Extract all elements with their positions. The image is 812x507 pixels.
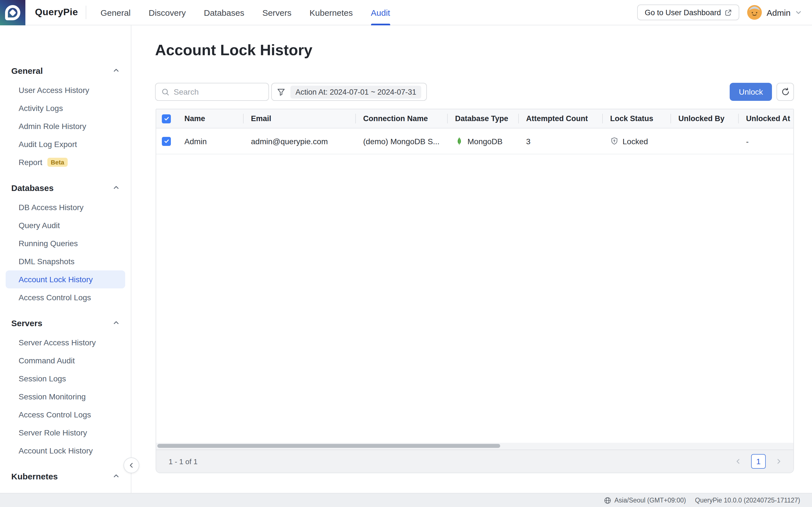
globe-icon [604, 497, 611, 504]
sidebar-item-dml-snapshots[interactable]: DML Snapshots [0, 252, 131, 270]
check-icon [163, 138, 169, 144]
select-all-checkbox[interactable] [162, 114, 171, 123]
horizontal-scrollbar-thumb[interactable] [157, 444, 500, 448]
table-row[interactable]: Admin admin@querypie.com (demo) MongoDB … [156, 128, 794, 154]
chevron-up-icon [113, 320, 119, 326]
column-header-unlocked-by: Unlocked By [670, 109, 738, 128]
querypie-logo[interactable] [0, 0, 26, 25]
sidebar-section-databases: Databases DB Access History Query Audit … [0, 182, 131, 306]
tab-servers[interactable]: Servers [262, 0, 291, 25]
section-title: Servers [11, 318, 42, 328]
sidebar-section-general: General User Access History Activity Log… [0, 65, 131, 171]
sidebar-item-access-control-logs[interactable]: Access Control Logs [0, 288, 131, 306]
page-number-1[interactable]: 1 [751, 454, 766, 469]
database-type-label: MongoDB [467, 136, 503, 146]
refresh-button[interactable] [776, 83, 794, 101]
sidebar-section-kubernetes: Kubernetes Request Audit Pod Session Rec… [0, 470, 131, 493]
toolbar: Action At: 2024-07-01 ~ 2024-07-31 Unloc… [155, 83, 794, 101]
cell-connection-name: (demo) MongoDB S... [355, 128, 447, 154]
chevron-up-icon [113, 473, 119, 480]
filter-funnel-icon [277, 88, 285, 96]
sidebar-collapse-button[interactable] [123, 457, 139, 473]
tab-general[interactable]: General [101, 0, 131, 25]
search-input[interactable] [174, 87, 263, 96]
page-title: Account Lock History [155, 42, 312, 59]
chevron-left-icon [735, 458, 742, 465]
sidebar: General User Access History Activity Log… [0, 25, 132, 493]
tab-discovery[interactable]: Discovery [149, 0, 186, 25]
column-header-lock-status: Lock Status [602, 109, 670, 128]
unlock-button[interactable]: Unlock [730, 83, 772, 101]
column-header-name: Name [176, 109, 243, 128]
sidebar-item-account-lock-history[interactable]: Account Lock History [6, 270, 125, 288]
chevron-up-icon [113, 184, 119, 191]
cell-unlocked-at: - [738, 128, 794, 154]
sidebar-item-server-role-history[interactable]: Server Role History [0, 424, 131, 442]
sidebar-item-admin-role-history[interactable]: Admin Role History [0, 117, 131, 135]
sidebar-section-servers-header[interactable]: Servers [0, 317, 131, 328]
user-menu[interactable]: Admin [748, 5, 802, 20]
shield-lock-icon [610, 137, 619, 145]
cell-unlocked-by [670, 128, 738, 154]
account-lock-table: Name Email Connection Name Database Type… [156, 109, 794, 473]
column-header-unlocked-at: Unlocked At [738, 109, 794, 128]
sidebar-item-command-audit[interactable]: Command Audit [0, 351, 131, 370]
row-checkbox[interactable] [162, 136, 171, 146]
search-box [155, 83, 269, 101]
table-empty-area [156, 154, 794, 443]
status-bar: Asia/Seoul (GMT+09:00) QueryPie 10.0.0 (… [0, 493, 812, 507]
chevron-down-icon [795, 9, 802, 16]
tab-kubernetes[interactable]: Kubernetes [310, 0, 353, 25]
cell-lock-status: Locked [602, 128, 670, 154]
sidebar-item-session-monitoring[interactable]: Session Monitoring [0, 388, 131, 406]
beta-badge: Beta [47, 158, 68, 167]
sidebar-item-server-access-control-logs[interactable]: Access Control Logs [0, 406, 131, 424]
chevron-up-icon [113, 67, 119, 74]
pagination-range: 1 - 1 of 1 [168, 457, 198, 466]
section-title: Kubernetes [11, 471, 58, 481]
previous-page-button[interactable] [732, 456, 744, 467]
sidebar-item-query-audit[interactable]: Query Audit [0, 216, 131, 234]
cell-database-type: MongoDB [447, 128, 518, 154]
sidebar-item-report[interactable]: Report Beta [0, 153, 131, 171]
next-page-button[interactable] [773, 456, 784, 467]
column-header-email: Email [243, 109, 355, 128]
chevron-left-icon [128, 462, 135, 469]
tab-audit[interactable]: Audit [371, 0, 390, 25]
sidebar-item-server-access-history[interactable]: Server Access History [0, 334, 131, 351]
sidebar-item-audit-log-export[interactable]: Audit Log Export [0, 135, 131, 153]
filter-chip-action-at[interactable]: Action At: 2024-07-01 ~ 2024-07-31 [290, 86, 421, 98]
dashboard-button-label: Go to User Dashboard [645, 8, 721, 17]
sidebar-item-session-logs[interactable]: Session Logs [0, 370, 131, 388]
sidebar-section-databases-header[interactable]: Databases [0, 182, 131, 193]
app-window: QueryPie General Discovery Databases Ser… [0, 0, 812, 507]
cell-attempted-count: 3 [518, 128, 602, 154]
search-icon [161, 88, 170, 96]
filter-control[interactable]: Action At: 2024-07-01 ~ 2024-07-31 [271, 83, 427, 101]
pagination-bar: 1 - 1 of 1 1 [156, 450, 794, 473]
sidebar-item-running-queries[interactable]: Running Queries [0, 234, 131, 252]
timezone-status[interactable]: Asia/Seoul (GMT+09:00) [604, 497, 686, 504]
sidebar-section-general-header[interactable]: General [0, 65, 131, 76]
sidebar-section-kubernetes-header[interactable]: Kubernetes [0, 470, 131, 482]
primary-tabs: General Discovery Databases Servers Kube… [101, 0, 390, 25]
column-header-connection-name: Connection Name [355, 109, 447, 128]
sidebar-item-db-access-history[interactable]: DB Access History [0, 198, 131, 216]
tab-databases[interactable]: Databases [204, 0, 244, 25]
cell-email: admin@querypie.com [243, 128, 355, 154]
section-title: General [11, 66, 43, 75]
table-header-row: Name Email Connection Name Database Type… [156, 109, 794, 128]
sidebar-item-activity-logs[interactable]: Activity Logs [0, 99, 131, 117]
lock-status-label: Locked [622, 136, 648, 146]
go-to-user-dashboard-button[interactable]: Go to User Dashboard [638, 4, 740, 20]
cell-name: Admin [176, 128, 243, 154]
sidebar-section-servers: Servers Server Access History Command Au… [0, 317, 131, 460]
sidebar-item-server-account-lock-history[interactable]: Account Lock History [0, 442, 131, 460]
version-label: QueryPie 10.0.0 (20240725-171127) [695, 497, 800, 504]
sidebar-item-user-access-history[interactable]: User Access History [0, 81, 131, 99]
column-header-database-type: Database Type [447, 109, 518, 128]
sidebar-item-request-audit[interactable]: Request Audit [0, 487, 131, 493]
top-navbar: QueryPie General Discovery Databases Ser… [0, 0, 812, 25]
sidebar-item-label: Report [18, 158, 42, 167]
refresh-icon [781, 87, 790, 96]
